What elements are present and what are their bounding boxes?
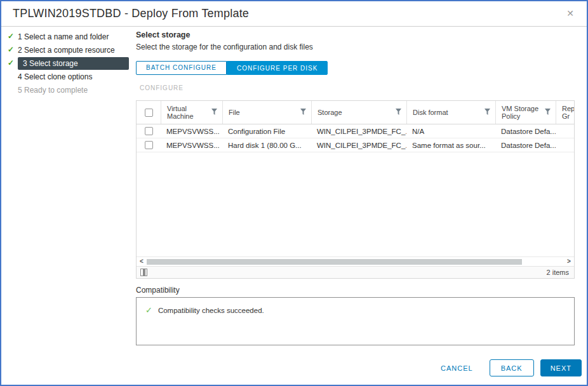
success-check-icon: ✓ [145, 305, 152, 315]
compatibility-label: Compatibility [136, 286, 180, 295]
datagrid-footer: 2 items [137, 266, 574, 278]
back-button[interactable]: BACK [490, 359, 534, 376]
configure-button-disabled[interactable]: CONFIGURE [140, 84, 184, 91]
batch-configure-tab[interactable]: BATCH CONFIGURE [136, 61, 227, 75]
cell-virtual-machine: MEPVSVWSS... [161, 128, 222, 135]
scroll-right-icon[interactable]: > [564, 257, 574, 266]
cell-storage: WIN_CILPEI_3PMDE_FC_... [311, 128, 406, 135]
row-checkbox-cell [137, 127, 161, 135]
step-done-check-icon: ✓ [8, 30, 14, 43]
wizard-step-2[interactable]: ✓ 2 Select a compute resource [1, 43, 136, 57]
cell-disk-format: N/A [406, 128, 495, 135]
column-header-replication-group[interactable]: Rep Gr [556, 101, 575, 124]
select-all-cell [137, 101, 161, 124]
compatibility-message: Compatibility checks succeeded. [158, 307, 264, 314]
column-header-vm-storage-policy[interactable]: VM Storage Policy [495, 101, 556, 124]
column-header-virtual-machine[interactable]: Virtual Machine [161, 101, 222, 124]
row-checkbox[interactable] [145, 127, 153, 135]
scrollbar-thumb[interactable] [147, 259, 522, 265]
scroll-left-icon[interactable]: < [137, 257, 147, 266]
wizard-steps-sidebar: ✓ 1 Select a name and folder ✓ 2 Select … [1, 27, 136, 385]
column-header-storage[interactable]: Storage [311, 101, 406, 124]
filter-icon[interactable] [211, 109, 217, 116]
scrollbar-track[interactable] [147, 258, 564, 266]
filter-icon[interactable] [545, 109, 551, 116]
close-icon: ✕ [566, 8, 574, 18]
cell-vm-storage-policy: Datastore Defa... [495, 142, 556, 149]
dialog-titlebar: TPLWIN2019STDBD - Deploy From Template ✕ [1, 1, 587, 27]
step-content-panel: Select storage Select the storage for th… [136, 27, 588, 385]
wizard-step-label: 1 Select a name and folder [18, 32, 109, 41]
table-row[interactable]: MEPVSVWSS... Hard disk 1 (80.00 G... WIN… [137, 138, 574, 152]
cancel-button[interactable]: CANCEL [438, 364, 476, 372]
column-label: File [229, 109, 250, 116]
compatibility-panel: ✓ Compatibility checks succeeded. [136, 297, 575, 345]
wizard-footer-buttons: CANCEL BACK NEXT [438, 359, 582, 376]
datagrid-empty-area [137, 152, 574, 256]
wizard-step-4[interactable]: 4 Select clone options [1, 70, 136, 83]
row-checkbox-cell [137, 141, 161, 149]
wizard-step-label: 5 Ready to complete [18, 86, 88, 95]
page-title: Select storage [136, 30, 190, 39]
column-picker-icon[interactable] [140, 269, 147, 276]
page-subtitle: Select the storage for the configuration… [136, 43, 313, 51]
row-checkbox[interactable] [145, 141, 153, 149]
storage-datagrid: Virtual Machine File Storage Disk format… [136, 100, 575, 279]
datagrid-header-row: Virtual Machine File Storage Disk format… [137, 101, 574, 124]
filter-icon[interactable] [484, 109, 490, 116]
close-button[interactable]: ✕ [563, 1, 578, 26]
table-row[interactable]: MEPVSVWSS... Configuration File WIN_CILP… [137, 124, 574, 138]
step-done-check-icon: ✓ [8, 57, 14, 70]
wizard-step-1[interactable]: ✓ 1 Select a name and folder [1, 30, 136, 43]
select-all-checkbox[interactable] [145, 109, 153, 117]
deploy-from-template-dialog: TPLWIN2019STDBD - Deploy From Template ✕… [0, 0, 588, 386]
wizard-step-label: 3 Select storage [18, 57, 129, 70]
wizard-step-3-active[interactable]: ✓ 3 Select storage [1, 57, 136, 70]
column-header-file[interactable]: File [222, 101, 311, 124]
filter-icon[interactable] [396, 109, 401, 116]
cell-storage: WIN_CILPEI_3PMDE_FC_... [311, 142, 406, 149]
configure-per-disk-tab[interactable]: CONFIGURE PER DISK [227, 61, 328, 75]
column-label: Disk format [413, 109, 458, 116]
cell-file: Configuration File [222, 128, 311, 135]
cell-vm-storage-policy: Datastore Defa... [495, 128, 556, 135]
dialog-title: TPLWIN2019STDBD - Deploy From Template [13, 1, 249, 26]
cell-file: Hard disk 1 (80.00 G... [222, 142, 311, 149]
cell-disk-format: Same format as sour... [406, 142, 495, 149]
column-header-disk-format[interactable]: Disk format [406, 101, 495, 124]
wizard-step-5: 5 Ready to complete [1, 83, 136, 96]
horizontal-scrollbar: < > [137, 256, 574, 266]
items-count: 2 items [547, 269, 569, 276]
cell-virtual-machine: MEPVSVWSS... [161, 142, 222, 149]
column-label: Rep Gr [562, 105, 575, 120]
column-label: Storage [317, 109, 352, 116]
step-done-check-icon: ✓ [8, 43, 14, 57]
wizard-step-label: 4 Select clone options [18, 72, 92, 81]
filter-icon[interactable] [300, 109, 306, 116]
compatibility-message-row: ✓ Compatibility checks succeeded. [137, 298, 574, 315]
next-button[interactable]: NEXT [540, 359, 582, 376]
wizard-step-label: 2 Select a compute resource [18, 46, 115, 55]
storage-config-toggle: BATCH CONFIGURE CONFIGURE PER DISK [136, 61, 328, 75]
